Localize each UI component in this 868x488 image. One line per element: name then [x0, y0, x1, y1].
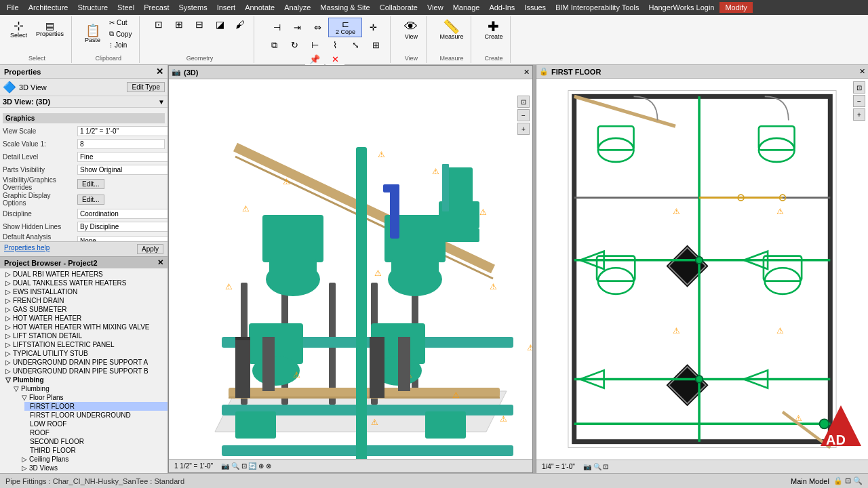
wall-joins-button[interactable]: ⊟: [190, 18, 209, 31]
tree-item-french-drain[interactable]: ▷ FRENCH DRAIN: [0, 296, 167, 305]
menu-systems[interactable]: Systems: [174, 2, 211, 13]
menu-annotate[interactable]: Annotate: [241, 2, 279, 13]
tree-item-gas-submeter[interactable]: ▷ GAS SUBMETER: [0, 305, 167, 314]
split-face-button[interactable]: ◪: [210, 18, 229, 31]
menu-issues[interactable]: Issues: [520, 2, 550, 13]
tree-item-hot-water[interactable]: ▷ HOT WATER HEATER: [0, 314, 167, 323]
properties-button[interactable]: ▤ Properties: [33, 19, 67, 39]
mirror-button[interactable]: ⇔: [308, 21, 327, 34]
rotate-button[interactable]: ↻: [285, 39, 304, 52]
tree-item-third-floor[interactable]: THIRD FLOOR: [24, 446, 167, 455]
scale-button[interactable]: ⤡: [346, 39, 365, 52]
apply-button[interactable]: Apply: [137, 244, 163, 254]
discipline-input[interactable]: [77, 209, 167, 219]
align-button[interactable]: ⊣: [267, 21, 286, 34]
view-scale-input[interactable]: [77, 126, 167, 136]
tree-item-hot-water-mixing[interactable]: ▷ HOT WATER HEATER WITH MIXING VALVE: [0, 323, 167, 331]
visibility-overrides-button[interactable]: Edit...: [77, 179, 104, 189]
offset-button[interactable]: ⇥: [288, 21, 307, 34]
parts-visibility-label: Parts Visibility: [3, 166, 77, 174]
copy-modify-button[interactable]: ⧉: [264, 39, 283, 52]
properties-close-button[interactable]: ✕: [156, 66, 163, 77]
tree-item-low-roof[interactable]: LOW ROOF: [24, 420, 167, 428]
tree-item-first-floor[interactable]: FIRST FLOOR: [24, 402, 167, 411]
tree-item-lift-station[interactable]: ▷ LIFT STATION DETAIL: [0, 331, 167, 340]
3d-zoom-out[interactable]: −: [517, 109, 530, 121]
scale-value-input[interactable]: [77, 139, 165, 149]
menu-modify[interactable]: Modify: [719, 2, 752, 13]
tree-item-underground-b[interactable]: ▷ UNDERGROUND DRAIN PIPE SUPPORT B: [0, 367, 167, 375]
tree-item-typical-utility[interactable]: ▷ TYPICAL UTILITY STUB: [0, 349, 167, 358]
graphic-display-button[interactable]: Edit...: [77, 195, 104, 205]
menu-massing[interactable]: Massing & Site: [316, 2, 374, 13]
menu-view[interactable]: View: [423, 2, 448, 13]
svg-text:⚠: ⚠: [432, 167, 439, 176]
menu-manage[interactable]: Manage: [449, 2, 484, 13]
cut-icon: ✂: [109, 19, 115, 26]
create-button[interactable]: ✚ Create: [481, 18, 506, 42]
plan-zoom-in[interactable]: +: [853, 108, 865, 121]
ribbon-group-view: 👁 View View: [396, 16, 427, 63]
trim-button[interactable]: ⊢: [305, 39, 324, 52]
detail-level-input[interactable]: [77, 152, 167, 162]
delete-button[interactable]: ✕: [326, 53, 344, 66]
move-button[interactable]: ✛: [363, 21, 382, 34]
3d-view-cube[interactable]: ⊡: [517, 96, 530, 108]
svg-text:⚠: ⚠: [293, 370, 300, 380]
menu-structure[interactable]: Structure: [73, 2, 112, 13]
edit-type-button[interactable]: Edit Type: [127, 82, 165, 92]
properties-help-link[interactable]: Properties help: [4, 244, 50, 254]
paint-button[interactable]: 🖌: [231, 18, 250, 31]
tree-item-ews[interactable]: ▷ EWS INSTALLATION: [0, 287, 167, 296]
menu-collaborate[interactable]: Collaborate: [376, 2, 422, 13]
menu-hangerworks[interactable]: HangerWorks Login: [644, 2, 718, 13]
graphics-section-header[interactable]: Graphics: [3, 113, 165, 123]
cut-button[interactable]: ✂ Cut: [106, 18, 135, 28]
menu-steel[interactable]: Steel: [113, 2, 138, 13]
view-button[interactable]: 👁 View: [400, 18, 422, 42]
tree-item-plumbing[interactable]: ▽ Plumbing: [8, 384, 167, 393]
menu-analyze[interactable]: Analyze: [280, 2, 315, 13]
menu-addins[interactable]: Add-Ins: [485, 2, 519, 13]
cut-geometry-button[interactable]: ⊡: [149, 18, 168, 31]
cope-button[interactable]: ⊏ 2 Cope: [328, 18, 362, 37]
viewport-plan-close[interactable]: ✕: [859, 67, 865, 76]
paste-button[interactable]: 📋 Paste: [81, 22, 104, 45]
menu-bim[interactable]: BIM Interoperability Tools: [551, 2, 643, 13]
view-name-dropdown[interactable]: ▼: [158, 98, 165, 106]
3d-zoom-in[interactable]: +: [517, 123, 530, 135]
tree-item-3d-views[interactable]: ▷ 3D Views: [16, 464, 167, 472]
tree-item-floor-plans[interactable]: ▽ Floor Plans: [16, 393, 167, 402]
tree-item-dual-tankless[interactable]: ▷ DUAL TANKLESS WATER HEATERS: [0, 279, 167, 287]
tree-item-first-floor-underground[interactable]: FIRST FLOOR UNDERGROUND: [24, 411, 167, 420]
measure-button[interactable]: 📏 Measure: [436, 18, 467, 42]
select-button[interactable]: ⊹ Select: [7, 18, 31, 41]
tree-item-ceiling-plans[interactable]: ▷ Ceiling Plans: [16, 455, 167, 464]
copy-button[interactable]: ⧉ Copy: [106, 28, 135, 39]
plan-zoom-to-fit[interactable]: ⊡: [853, 81, 865, 94]
hidden-lines-input[interactable]: [77, 222, 167, 232]
plan-zoom-out[interactable]: −: [853, 95, 865, 107]
menu-precast[interactable]: Precast: [140, 2, 173, 13]
menu-architecture[interactable]: Architecture: [24, 2, 73, 13]
menu-insert[interactable]: Insert: [213, 2, 240, 13]
tree-item-plumbing-root[interactable]: ▽ Plumbing: [0, 375, 167, 384]
join-button[interactable]: ⫶ Join: [106, 40, 135, 50]
tree-item-underground-a[interactable]: ▷ UNDERGROUND DRAIN PIPE SUPPORT A: [0, 358, 167, 367]
project-browser-header[interactable]: Project Browser - Project2 ✕: [0, 257, 167, 268]
parts-visibility-input[interactable]: [77, 165, 167, 175]
viewport-3d-close[interactable]: ✕: [524, 68, 530, 77]
analysis-display-input[interactable]: [77, 236, 167, 242]
join-geometry-button[interactable]: ⊞: [170, 18, 189, 31]
array-button[interactable]: ⊞: [366, 39, 385, 52]
paste-label: Paste: [85, 37, 100, 43]
pin-button[interactable]: 📌: [305, 53, 324, 66]
menu-file[interactable]: File: [3, 2, 23, 13]
tree-item-dual-rbi[interactable]: ▷ DUAL RBI WATER HEATERS: [0, 270, 167, 279]
project-browser-close[interactable]: ✕: [157, 258, 163, 267]
prop-hidden-lines: Show Hidden Lines: [3, 220, 165, 232]
split-button[interactable]: ⌇: [326, 39, 344, 52]
tree-item-liftstation-electric[interactable]: ▷ LIFTSTATION ELECTRIC PANEL: [0, 340, 167, 349]
tree-item-second-floor[interactable]: SECOND FLOOR: [24, 437, 167, 446]
tree-item-roof[interactable]: ROOF: [24, 428, 167, 437]
